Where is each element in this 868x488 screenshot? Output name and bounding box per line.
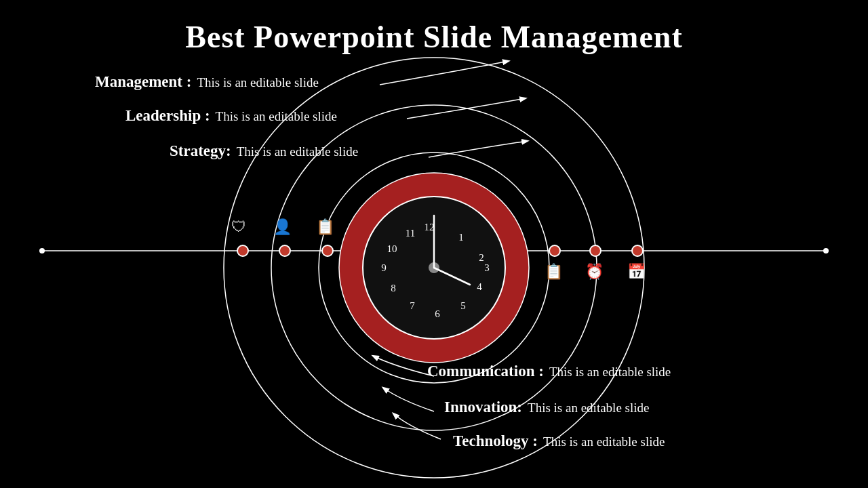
label-technology: Technology : This is an editable slide bbox=[453, 432, 665, 450]
svg-point-25 bbox=[322, 245, 333, 256]
svg-point-5 bbox=[319, 152, 549, 383]
svg-text:4: 4 bbox=[477, 281, 482, 292]
svg-point-23 bbox=[237, 245, 248, 256]
svg-text:11: 11 bbox=[406, 228, 415, 239]
svg-point-7 bbox=[363, 197, 505, 339]
svg-text:⏰: ⏰ bbox=[585, 262, 604, 281]
label-communication: Communication : This is an editable slid… bbox=[427, 363, 671, 380]
svg-text:1: 1 bbox=[458, 232, 464, 243]
svg-text:6: 6 bbox=[435, 308, 440, 319]
svg-text:2: 2 bbox=[479, 252, 484, 263]
svg-text:📋: 📋 bbox=[545, 262, 564, 281]
svg-point-6 bbox=[339, 173, 529, 363]
svg-point-26 bbox=[549, 245, 560, 256]
label-strategy: Strategy: This is an editable slide bbox=[170, 142, 358, 160]
svg-line-10 bbox=[434, 268, 470, 285]
svg-point-24 bbox=[279, 245, 290, 256]
svg-text:8: 8 bbox=[391, 283, 396, 293]
svg-text:📋: 📋 bbox=[316, 218, 335, 236]
svg-text:📅: 📅 bbox=[627, 262, 646, 281]
svg-text:🛡: 🛡 bbox=[231, 218, 246, 235]
svg-text:3: 3 bbox=[484, 262, 490, 273]
svg-point-8 bbox=[429, 262, 439, 273]
slide-title: Best Powerpoint Slide Management bbox=[0, 0, 868, 55]
svg-point-2 bbox=[823, 248, 829, 253]
svg-text:9: 9 bbox=[381, 262, 387, 273]
svg-point-28 bbox=[632, 245, 643, 256]
label-innovation: Innovation: This is an editable slide bbox=[444, 399, 649, 416]
slide: Best Powerpoint Slide Management 12 1 2 bbox=[0, 0, 868, 488]
svg-point-27 bbox=[590, 245, 601, 256]
svg-text:👤: 👤 bbox=[273, 218, 292, 236]
svg-text:10: 10 bbox=[387, 243, 397, 254]
svg-text:12: 12 bbox=[425, 222, 435, 232]
label-leadership: Leadership : This is an editable slide bbox=[125, 107, 337, 125]
svg-text:7: 7 bbox=[410, 300, 415, 311]
svg-point-1 bbox=[39, 248, 45, 253]
svg-text:5: 5 bbox=[460, 300, 466, 311]
label-management: Management : This is an editable slide bbox=[95, 73, 319, 91]
